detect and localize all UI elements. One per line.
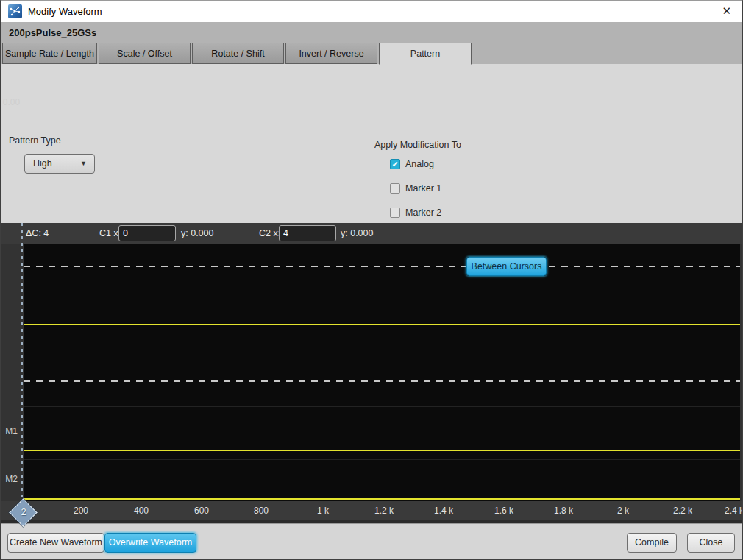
checkbox-marker2-label: Marker 2	[405, 208, 441, 218]
marker1-marker2-separator	[24, 459, 740, 460]
x-tick: 1.4 k	[427, 506, 460, 516]
x-tick: 2.4 k	[718, 506, 743, 516]
cursor2-handle-label: 2	[15, 506, 33, 517]
range-between-cursors-button[interactable]: Between Cursors	[466, 257, 547, 276]
create-new-waveform-button[interactable]: Create New Waveform	[7, 533, 104, 553]
tab-pattern[interactable]: Pattern	[379, 43, 472, 65]
c1-x-input[interactable]	[118, 225, 176, 241]
waveform-name-bar: 200psPulse_25GSs	[1, 22, 742, 43]
x-tick: 1.2 k	[368, 506, 400, 516]
close-button[interactable]: Close	[687, 533, 735, 553]
checkbox-marker2[interactable]	[390, 208, 400, 218]
marker1-axis-label: M1	[1, 426, 21, 436]
cursor-info-bar: ΔC: 4 C1 x: y: 0.000 C2 x: y: 0.000	[1, 223, 742, 244]
pattern-type-dropdown[interactable]: High ▼	[24, 154, 95, 174]
chevron-down-icon: ▼	[80, 160, 87, 167]
c1-y-readout: y: 0.000	[181, 228, 213, 238]
upper-range-dashed-line	[24, 266, 740, 267]
marker2-waveform-line	[24, 498, 740, 500]
x-tick: 1.8 k	[547, 506, 580, 516]
c2-x-label: C2 x:	[259, 228, 280, 238]
pattern-panel: Pattern Type High ▼ Apply Modification T…	[1, 64, 742, 223]
waveform-display: ΔC: 4 C1 x: y: 0.000 C2 x: y: 0.000 0.00…	[1, 223, 742, 523]
plot-canvas[interactable]	[24, 244, 740, 501]
marker2-axis-label: M2	[1, 474, 21, 484]
modify-waveform-dialog: Modify Waveform ✕ 200psPulse_25GSs Sampl…	[0, 0, 743, 560]
delta-cursor-readout: ΔC: 4	[26, 228, 49, 238]
checkbox-marker1-label: Marker 1	[405, 183, 441, 194]
x-tick: 800	[245, 506, 277, 516]
lower-range-dashed-line	[24, 380, 740, 382]
x-tick: 400	[125, 506, 157, 516]
c2-x-input[interactable]	[279, 225, 336, 241]
compile-button[interactable]: Compile	[627, 533, 677, 553]
y-axis-zero-label: 0.00	[1, 97, 21, 107]
cursor-line[interactable]	[21, 223, 23, 501]
x-tick: 1.6 k	[488, 506, 520, 516]
x-tick: 2 k	[607, 506, 639, 516]
tab-rotate-shift[interactable]: Rotate / Shift	[192, 43, 284, 64]
apply-modification-label: Apply Modification To	[374, 140, 461, 150]
pattern-type-label: Pattern Type	[9, 135, 61, 146]
tab-invert-reverse[interactable]: Invert / Reverse	[285, 43, 377, 64]
tab-scale-offset[interactable]: Scale / Offset	[99, 43, 191, 64]
footer-bar: Create New Waveform Overwrite Waveform C…	[1, 523, 742, 559]
title-bar: Modify Waveform ✕	[1, 1, 742, 22]
x-tick: 2.2 k	[666, 506, 699, 516]
pattern-type-value: High	[33, 158, 52, 169]
marker1-waveform-line	[24, 450, 740, 451]
c1-x-label: C1 x:	[99, 228, 121, 238]
checkbox-marker1[interactable]	[390, 183, 400, 194]
close-window-icon[interactable]: ✕	[722, 4, 731, 18]
tab-sample-rate-length[interactable]: Sample Rate / Length	[2, 43, 97, 64]
c2-y-readout: y: 0.000	[341, 228, 373, 238]
checkbox-analog[interactable]: ✓	[390, 159, 400, 169]
x-axis-bar: 200 400 600 800 1 k 1.2 k 1.4 k 1.6 k 1.…	[1, 501, 742, 520]
app-icon	[8, 4, 22, 18]
overwrite-waveform-button[interactable]: Overwrite Waveform	[104, 533, 196, 553]
x-tick: 600	[185, 506, 218, 516]
waveform-name: 200psPulse_25GSs	[9, 27, 96, 38]
window-title: Modify Waveform	[28, 6, 102, 17]
checkbox-analog-label: Analog	[405, 159, 434, 169]
analog-waveform-line	[24, 324, 740, 325]
analog-marker-separator	[24, 406, 740, 407]
x-tick: 1 k	[307, 506, 339, 516]
x-tick: 200	[65, 506, 97, 516]
tab-strip: Sample Rate / Length Scale / Offset Rota…	[1, 43, 742, 64]
